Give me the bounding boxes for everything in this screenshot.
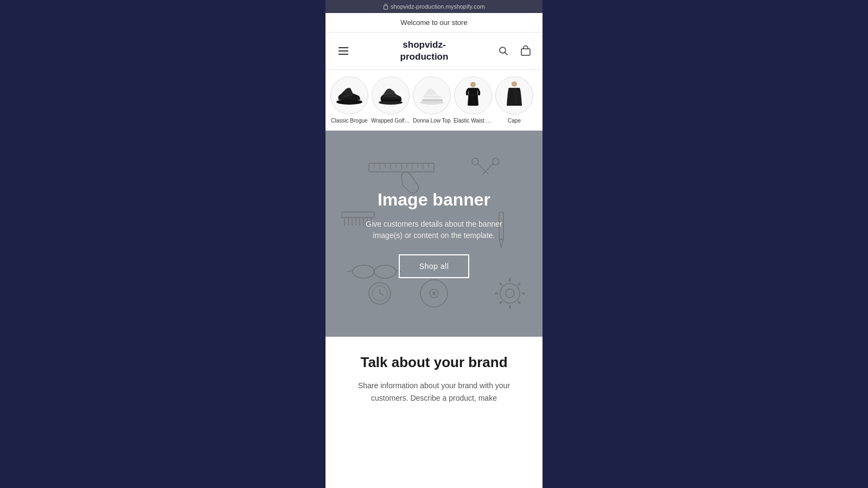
svg-rect-19 <box>468 94 478 96</box>
product-bubble-classic-brogue[interactable]: Classic Brogue <box>330 76 369 124</box>
brand-section: Talk about your brand Share information … <box>326 337 542 417</box>
image-banner: Image banner Give customers details abou… <box>326 131 542 337</box>
svg-rect-0 <box>384 6 387 9</box>
svg-line-2 <box>505 53 507 55</box>
header-left <box>334 43 353 59</box>
header-right <box>496 43 534 59</box>
product-image-donna-low-top <box>413 76 451 114</box>
svg-point-44 <box>506 289 514 298</box>
svg-point-30 <box>472 158 478 165</box>
hamburger-button[interactable] <box>334 43 353 59</box>
svg-line-52 <box>518 283 520 285</box>
brand-title: Talk about your brand <box>336 354 532 371</box>
product-image-classic-brogue <box>330 76 368 114</box>
lock-icon <box>383 3 388 10</box>
svg-rect-13 <box>422 99 443 101</box>
browser-frame: shopvidz-production.myshopify.com Welcom… <box>326 0 542 488</box>
cart-button[interactable] <box>518 43 534 59</box>
svg-rect-9 <box>381 99 401 101</box>
product-label-donna-low-top: Donna Low Top <box>413 118 450 124</box>
svg-point-29 <box>432 292 436 295</box>
welcome-text: Welcome to our store <box>400 18 467 27</box>
svg-rect-3 <box>521 49 530 55</box>
svg-point-20 <box>512 81 517 87</box>
svg-line-51 <box>500 301 502 304</box>
product-label-classic-brogue: Classic Brogue <box>331 118 367 124</box>
svg-point-4 <box>336 99 362 105</box>
cart-icon <box>520 45 532 57</box>
search-icon <box>498 46 509 56</box>
site-title: shopvidz- production <box>400 39 449 63</box>
product-image-wrapped-golf <box>372 76 410 114</box>
product-label-elastic-waist: Elastic Waist D... <box>454 118 493 124</box>
svg-line-49 <box>500 283 502 285</box>
site-header: shopvidz- production <box>326 33 542 70</box>
brand-description: Share information about your brand with … <box>353 380 515 404</box>
search-button[interactable] <box>496 43 511 59</box>
welcome-banner: Welcome to our store <box>326 13 542 33</box>
product-image-cape <box>495 76 533 114</box>
product-label-cape: Cape <box>508 118 521 124</box>
svg-point-43 <box>500 284 520 303</box>
svg-point-18 <box>470 82 476 87</box>
product-bubble-donna-low-top[interactable]: Donna Low Top <box>412 76 451 124</box>
product-image-elastic-waist <box>454 76 492 114</box>
product-bubbles-row: Classic Brogue Wrapped Golf ... <box>326 70 542 131</box>
svg-point-31 <box>493 158 499 165</box>
svg-line-25 <box>347 271 353 272</box>
product-bubble-wrapped-golf[interactable]: Wrapped Golf ... <box>371 76 410 124</box>
banner-description: Give customers details about the banner … <box>363 219 505 241</box>
address-bar: shopvidz-production.myshopify.com <box>326 0 542 13</box>
banner-content: Image banner Give customers details abou… <box>363 189 505 278</box>
svg-line-68 <box>380 293 384 296</box>
shop-all-button[interactable]: Shop all <box>399 254 470 278</box>
product-bubble-cape[interactable]: Cape <box>495 76 534 124</box>
banner-title: Image banner <box>363 189 505 210</box>
product-label-wrapped-golf: Wrapped Golf ... <box>371 118 410 124</box>
product-bubble-elastic-waist[interactable]: Elastic Waist D... <box>454 76 493 124</box>
url-text: shopvidz-production.myshopify.com <box>391 3 485 10</box>
svg-line-50 <box>518 301 520 304</box>
hamburger-icon <box>336 45 350 57</box>
